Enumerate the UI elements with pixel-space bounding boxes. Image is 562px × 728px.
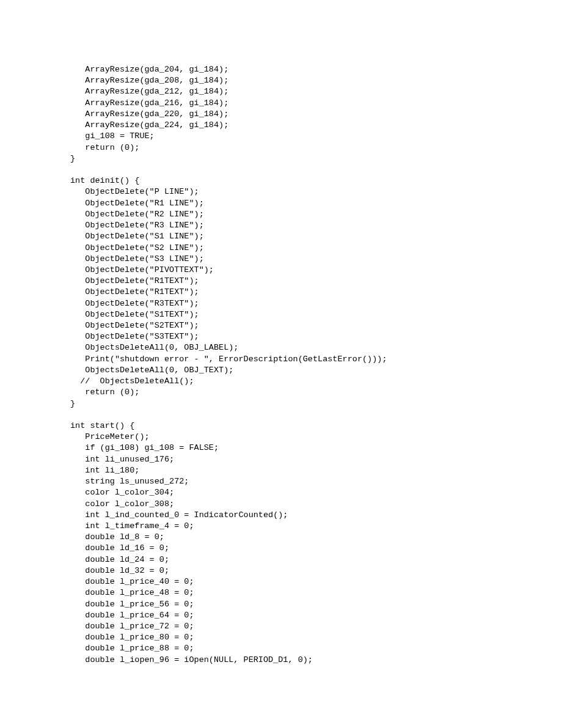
code-block: ArrayResize(gda_204, gi_184); ArrayResiz… xyxy=(70,64,562,666)
